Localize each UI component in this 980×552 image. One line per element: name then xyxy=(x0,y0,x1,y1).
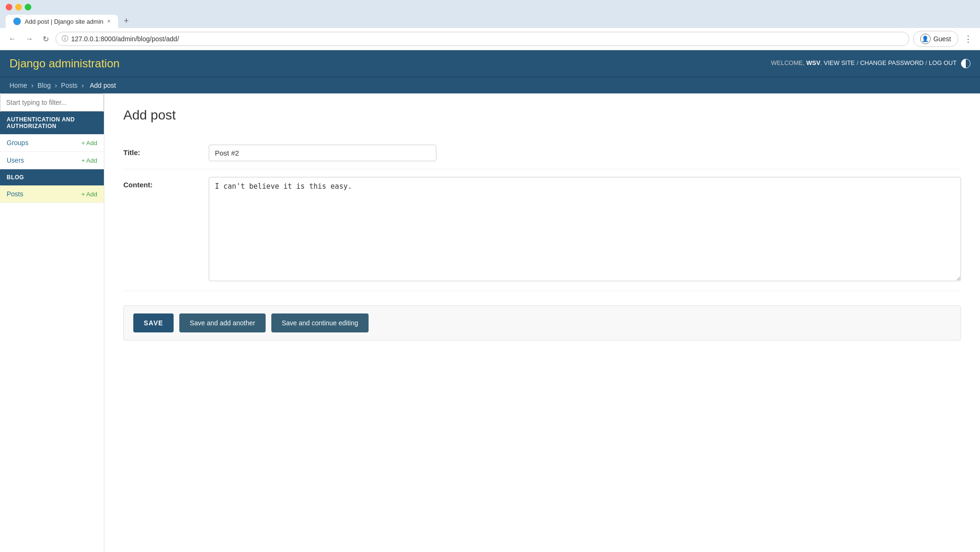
main-content: Add post Title: Content: I can't believe… xyxy=(104,93,980,552)
save-add-another-button[interactable]: Save and add another xyxy=(179,313,266,332)
maximize-traffic-light[interactable] xyxy=(25,4,31,10)
guest-button[interactable]: 👤 Guest xyxy=(913,31,958,47)
content-field: I can't believe it is this easy. xyxy=(209,177,961,283)
posts-add-link[interactable]: + Add xyxy=(81,191,97,198)
breadcrumb-sep-1: › xyxy=(31,82,34,89)
sidebar-item-users[interactable]: Users + Add xyxy=(0,152,104,169)
title-field xyxy=(209,145,961,161)
admin-header: Django administration WELCOME, WSV. VIEW… xyxy=(0,50,980,77)
address-bar: ← → ↻ ⓘ 127.0.0.1:8000/admin/blog/post/a… xyxy=(0,28,980,50)
breadcrumb-sep-2: › xyxy=(55,82,57,89)
tab-favicon: 🌐 xyxy=(13,18,21,25)
breadcrumb-blog[interactable]: Blog xyxy=(37,82,51,89)
sidebar-section-blog: BLOG Posts + Add xyxy=(0,169,104,203)
users-add-link[interactable]: + Add xyxy=(81,157,97,164)
info-icon: ⓘ xyxy=(62,35,68,43)
new-tab-button[interactable]: + xyxy=(120,14,133,28)
breadcrumb-posts[interactable]: Posts xyxy=(61,82,78,89)
breadcrumb-home[interactable]: Home xyxy=(9,82,27,89)
tab-close-button[interactable]: × xyxy=(107,18,111,25)
users-link[interactable]: Users xyxy=(7,156,24,164)
content-textarea[interactable]: I can't believe it is this easy. xyxy=(209,177,961,281)
django-admin: Django administration WELCOME, WSV. VIEW… xyxy=(0,50,980,552)
save-button[interactable]: SAVE xyxy=(133,313,174,332)
groups-add-link[interactable]: + Add xyxy=(81,139,97,147)
user-tools: WELCOME, WSV. VIEW SITE / CHANGE PASSWOR… xyxy=(771,59,971,68)
change-password-link[interactable]: CHANGE PASSWORD xyxy=(860,59,924,66)
close-traffic-light[interactable] xyxy=(6,4,12,10)
admin-title-link[interactable]: Django administration xyxy=(9,57,120,70)
save-continue-editing-button[interactable]: Save and continue editing xyxy=(271,313,369,332)
posts-link[interactable]: Posts xyxy=(7,190,23,198)
log-out-link[interactable]: LOG OUT xyxy=(929,59,956,66)
auth-section-header: AUTHENTICATION AND AUTHORIZATION xyxy=(0,111,104,134)
tab-bar: 🌐 Add post | Django site admin × + xyxy=(6,14,974,28)
sidebar-filter-input[interactable] xyxy=(0,93,104,111)
minimize-traffic-light[interactable] xyxy=(15,4,22,10)
sidebar-section-auth: AUTHENTICATION AND AUTHORIZATION Groups … xyxy=(0,111,104,169)
add-post-form: Title: Content: I can't believe it is th… xyxy=(123,137,961,340)
view-site-link[interactable]: VIEW SITE xyxy=(824,59,855,66)
admin-body: AUTHENTICATION AND AUTHORIZATION Groups … xyxy=(0,93,980,552)
forward-button[interactable]: → xyxy=(23,33,36,45)
username: WSV xyxy=(806,59,821,66)
url-text: 127.0.0.1:8000/admin/blog/post/add/ xyxy=(71,35,903,43)
sidebar-item-posts[interactable]: Posts + Add xyxy=(0,185,104,203)
welcome-prefix: WELCOME, xyxy=(771,59,804,66)
active-tab[interactable]: 🌐 Add post | Django site admin × xyxy=(6,15,118,28)
browser-menu-button[interactable]: ⋮ xyxy=(962,32,974,46)
title-field-row: Title: xyxy=(123,137,961,169)
back-button[interactable]: ← xyxy=(6,33,19,45)
blog-section-header: BLOG xyxy=(0,169,104,185)
sidebar-item-groups[interactable]: Groups + Add xyxy=(0,134,104,152)
groups-link[interactable]: Groups xyxy=(7,139,28,147)
title-input[interactable] xyxy=(209,145,436,161)
guest-label: Guest xyxy=(934,35,951,43)
guest-avatar-icon: 👤 xyxy=(920,34,931,44)
tab-title: Add post | Django site admin xyxy=(25,18,103,25)
page-title: Add post xyxy=(123,108,961,123)
url-bar[interactable]: ⓘ 127.0.0.1:8000/admin/blog/post/add/ xyxy=(55,32,909,46)
reload-button[interactable]: ↻ xyxy=(40,33,52,46)
sidebar: AUTHENTICATION AND AUTHORIZATION Groups … xyxy=(0,93,104,552)
theme-toggle-button[interactable] xyxy=(961,59,971,68)
sidebar-collapse-button[interactable]: « xyxy=(0,549,16,552)
traffic-lights xyxy=(6,4,31,10)
breadcrumb-sep-3: › xyxy=(82,82,84,89)
breadcrumb: Home › Blog › Posts › Add post xyxy=(0,77,980,93)
content-label: Content: xyxy=(123,177,209,189)
breadcrumb-current: Add post xyxy=(90,82,116,89)
content-field-row: Content: I can't believe it is this easy… xyxy=(123,169,961,291)
submit-row: SAVE Save and add another Save and conti… xyxy=(123,305,961,340)
title-label: Title: xyxy=(123,145,209,156)
